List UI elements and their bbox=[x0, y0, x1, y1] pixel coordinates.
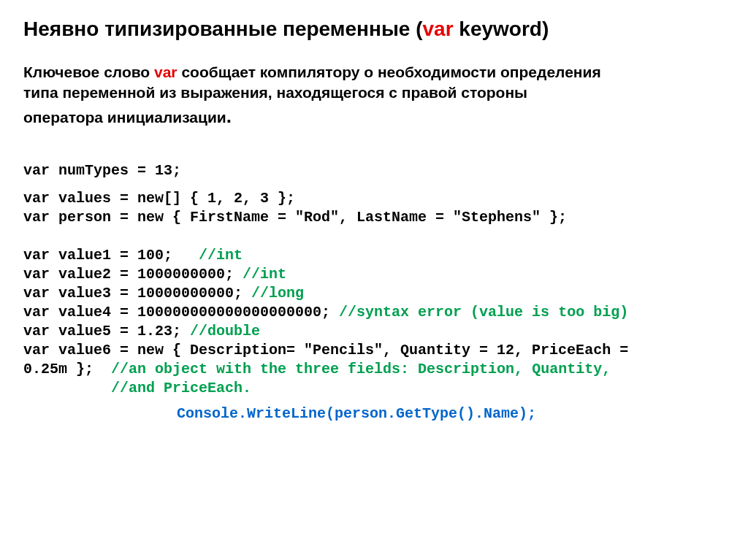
code-comment-int2: //int bbox=[243, 266, 286, 283]
code-line-7a: var value4 = 100000000000000000000; bbox=[23, 304, 339, 321]
title-post: keyword) bbox=[454, 18, 549, 40]
desc-line3: оператора инициализации bbox=[23, 109, 226, 126]
code-line-6a: var value3 = 10000000000; bbox=[23, 285, 251, 302]
desc-line1a: Ключевое слово bbox=[23, 64, 154, 80]
desc-period: . bbox=[226, 105, 232, 127]
title-pre: Неявно типизированные переменные ( bbox=[23, 18, 423, 40]
code-line-8a: var value5 = 1.23; bbox=[23, 323, 190, 340]
code-line-1: var numTypes = 13; bbox=[23, 162, 181, 179]
code-comment-object1: //an object with the three fields: Descr… bbox=[111, 361, 611, 377]
code-comment-syntax-error: //syntax error (value is too big) bbox=[339, 304, 628, 321]
code-comment-int1: //int bbox=[199, 247, 243, 264]
code-line-2: var values = new[] { 1, 2, 3 }; bbox=[23, 190, 295, 207]
code-line-9: var value6 = new { Description= "Pencils… bbox=[23, 342, 628, 358]
code-comment-long: //long bbox=[251, 285, 304, 302]
desc-line2: типа переменной из выражения, находящего… bbox=[23, 84, 527, 101]
code-line-4a: var value1 = 100; bbox=[23, 247, 199, 264]
code-block: var numTypes = 13; var values = new[] { … bbox=[23, 161, 725, 398]
title-var-keyword: var bbox=[423, 18, 454, 40]
code-line-10a: 0.25m }; bbox=[23, 361, 111, 377]
code-comment-object2: //and PriceEach. bbox=[23, 380, 251, 396]
code-line-3: var person = new { FirstName = "Rod", La… bbox=[23, 209, 567, 226]
desc-var-keyword: var bbox=[154, 64, 178, 80]
description-paragraph: Ключевое слово var сообщает компилятору … bbox=[23, 62, 725, 129]
desc-line1b: сообщает компилятору о необходимости опр… bbox=[178, 64, 601, 80]
code-line-5a: var value2 = 1000000000; bbox=[23, 266, 243, 283]
code-comment-double: //double bbox=[190, 323, 260, 340]
page-title: Неявно типизированные переменные (var ke… bbox=[23, 16, 725, 42]
slide: Неявно типизированные переменные (var ke… bbox=[0, 0, 748, 560]
console-writeline: Console.WriteLine(person.GetType().Name)… bbox=[23, 405, 725, 422]
code-gap bbox=[23, 180, 725, 189]
